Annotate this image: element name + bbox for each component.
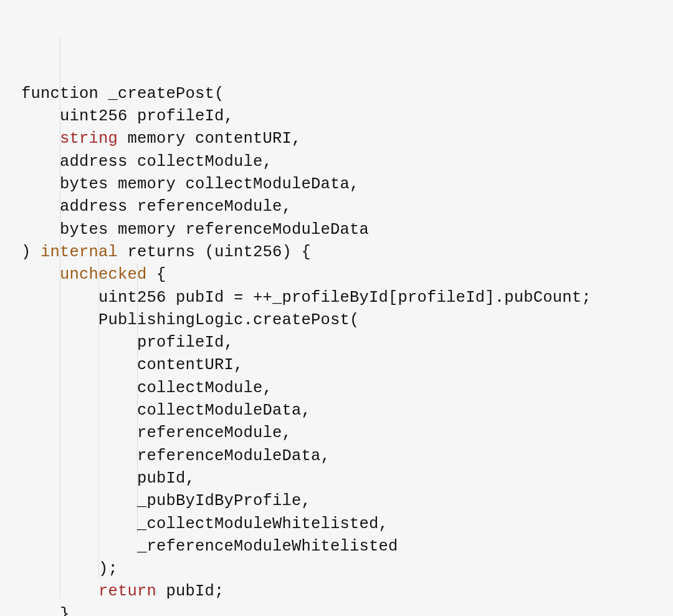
code-line[interactable]: collectModule,: [21, 377, 668, 400]
code-token: unchecked: [60, 266, 147, 284]
code-editor[interactable]: function _createPost( uint256 profileId,…: [0, 0, 673, 616]
code-token: pubId;: [156, 582, 224, 600]
code-token: bytes memory referenceModuleData: [60, 221, 369, 239]
code-line[interactable]: string memory contentURI,: [21, 128, 668, 150]
code-line[interactable]: return pubId;: [21, 580, 668, 603]
code-token: uint256 pubId = ++_profileById[profileId…: [98, 289, 591, 307]
code-line[interactable]: collectModuleData,: [21, 400, 668, 422]
code-token: return: [98, 582, 156, 600]
code-token: address referenceModule,: [60, 198, 292, 216]
code-token: function _createPost(: [21, 85, 224, 103]
code-line[interactable]: ) internal returns (uint256) {: [21, 241, 668, 264]
code-token: _pubByIdByProfile,: [137, 492, 311, 510]
code-token: address collectModule,: [60, 153, 272, 171]
code-line[interactable]: _collectModuleWhitelisted,: [21, 513, 668, 536]
code-token: referenceModule,: [137, 424, 292, 442]
code-line[interactable]: bytes memory referenceModuleData: [21, 219, 668, 241]
code-token: {: [147, 266, 166, 284]
code-line[interactable]: unchecked {: [21, 264, 668, 286]
code-token: collectModuleData,: [137, 402, 311, 420]
code-line[interactable]: contentURI,: [21, 354, 668, 377]
code-line[interactable]: referenceModule,: [21, 422, 668, 445]
code-line[interactable]: pubId,: [21, 468, 668, 490]
code-token: contentURI,: [137, 356, 244, 374]
code-token: collectModule,: [137, 379, 272, 397]
code-token: internal: [41, 243, 118, 261]
code-token: string: [60, 130, 118, 148]
code-line[interactable]: address collectModule,: [21, 151, 668, 173]
code-token: );: [98, 560, 118, 578]
code-token: bytes memory collectModuleData,: [60, 175, 360, 193]
code-token: _collectModuleWhitelisted,: [137, 515, 388, 533]
code-line[interactable]: _referenceModuleWhitelisted: [21, 536, 668, 558]
code-line[interactable]: function _createPost(: [21, 83, 668, 105]
code-token: uint256 profileId,: [60, 107, 234, 125]
code-token: _referenceModuleWhitelisted: [137, 537, 398, 556]
code-line[interactable]: uint256 profileId,: [21, 105, 668, 128]
code-token: returns (uint256) {: [118, 243, 311, 261]
code-token: pubId,: [137, 469, 195, 488]
code-token: ): [21, 243, 41, 261]
code-line[interactable]: profileId,: [21, 332, 668, 354]
code-line[interactable]: uint256 pubId = ++_profileById[profileId…: [21, 287, 668, 309]
code-line[interactable]: _pubByIdByProfile,: [21, 490, 668, 513]
code-line[interactable]: }: [21, 604, 668, 616]
code-token: memory contentURI,: [118, 130, 302, 148]
code-line[interactable]: referenceModuleData,: [21, 445, 668, 468]
code-token: }: [60, 605, 70, 616]
code-line[interactable]: PublishingLogic.createPost(: [21, 309, 668, 332]
code-token: profileId,: [137, 334, 234, 352]
code-token: referenceModuleData,: [137, 447, 330, 465]
code-line[interactable]: address referenceModule,: [21, 196, 668, 218]
code-line[interactable]: bytes memory collectModuleData,: [21, 173, 668, 196]
code-lines: function _createPost( uint256 profileId,…: [21, 83, 668, 616]
code-token: PublishingLogic.createPost(: [98, 311, 360, 329]
code-line[interactable]: );: [21, 558, 668, 580]
